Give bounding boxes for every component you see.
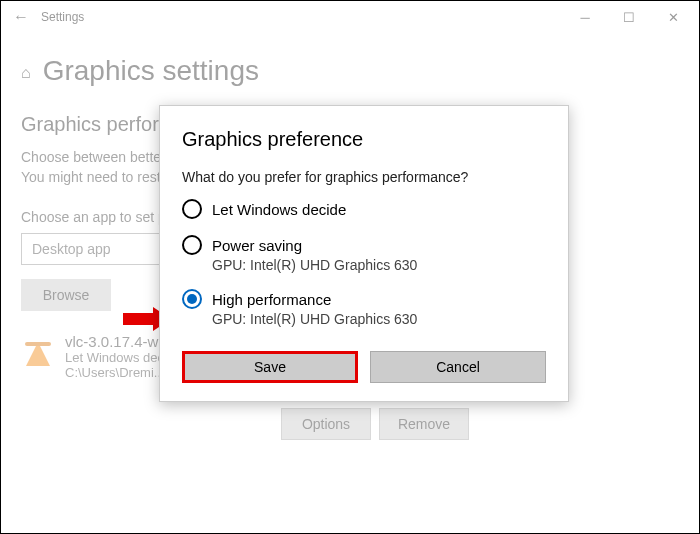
radio-label: Let Windows decide bbox=[212, 201, 346, 218]
radio-label: High performance bbox=[212, 291, 331, 308]
radio-option-default[interactable]: Let Windows decide bbox=[182, 199, 546, 219]
radio-option-power-saving[interactable]: Power saving bbox=[182, 235, 546, 255]
settings-window: ← Settings ─ ☐ ✕ ⌂ Graphics settings Gra… bbox=[0, 0, 700, 534]
radio-icon bbox=[182, 199, 202, 219]
dialog-question: What do you prefer for graphics performa… bbox=[182, 169, 546, 185]
radio-sublabel: GPU: Intel(R) UHD Graphics 630 bbox=[212, 257, 546, 273]
radio-sublabel: GPU: Intel(R) UHD Graphics 630 bbox=[212, 311, 546, 327]
radio-option-high-performance[interactable]: High performance bbox=[182, 289, 546, 309]
cancel-button[interactable]: Cancel bbox=[370, 351, 546, 383]
radio-label: Power saving bbox=[212, 237, 302, 254]
radio-icon-selected bbox=[182, 289, 202, 309]
radio-icon bbox=[182, 235, 202, 255]
graphics-preference-dialog: Graphics preference What do you prefer f… bbox=[159, 105, 569, 402]
save-button[interactable]: Save bbox=[182, 351, 358, 383]
dialog-title: Graphics preference bbox=[182, 128, 546, 151]
